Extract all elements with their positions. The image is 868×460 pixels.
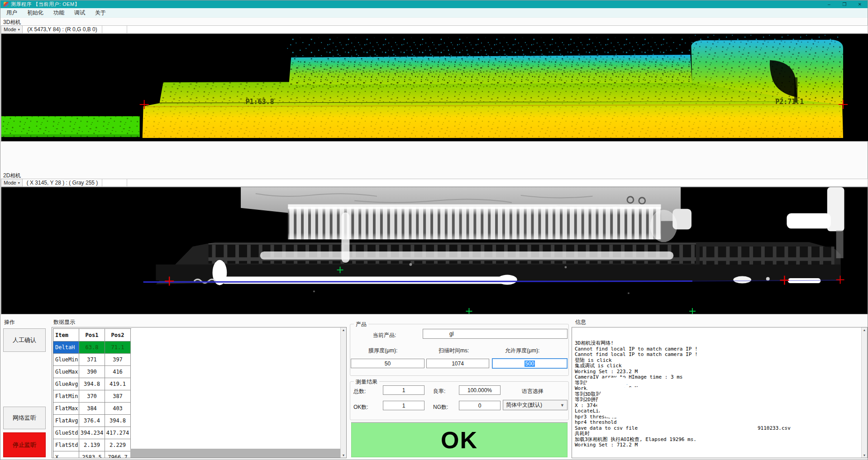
table-cell-pos2: 397 [105,354,131,366]
info-log-panel: 3D相机没有网络!Cannot find local IP to match c… [572,327,868,458]
app-window: 测厚程序 【当前用户: OEM】 – ❐ ✕ 用户初始化功能调试关于 3D相机 … [0,0,868,460]
ok-count-label: OK数: [353,403,368,411]
camera2d-view[interactable] [1,187,868,314]
camera2d-status-segment [127,179,868,187]
allowed-thickness-input[interactable]: 500 [492,358,568,369]
table-row[interactable]: X 2583.5 7966.7 [53,451,131,458]
table-cell-pos2: 403 [105,403,131,415]
window-controls: – ❐ ✕ [821,0,868,8]
menu-item[interactable]: 调试 [69,8,90,18]
table-row[interactable]: FlatMax 384 403 [53,403,131,415]
table-cell-pos2: 416 [105,366,131,378]
camera2d-image [1,187,868,314]
result-status-text: OK [441,427,478,454]
minimize-button[interactable]: – [821,0,837,8]
scroll-up-icon[interactable]: ▲ [341,328,346,332]
camera2d-toolbar: Mode ▾ ( X 3145, Y 28 ) : ( Gray 255 ) [1,179,868,187]
network-listen-button[interactable]: 网络监听 [3,407,46,429]
table-row[interactable]: FlatStd 2.139 2.229 [53,439,131,451]
camera3d-mode-button[interactable]: Mode ▾ [1,25,23,33]
table-row[interactable]: GlueStd 394.234 417.274 [53,427,131,439]
log-line: 共耗时 [575,431,791,437]
manual-confirm-button[interactable]: 人工确认 [3,328,46,352]
chevron-down-icon: ▾ [18,181,20,185]
table-cell-pos1: 384 [79,403,105,415]
menu-item[interactable]: 初始化 [22,8,48,18]
heightmap-slab [143,101,843,138]
chevron-down-icon: ▼ [560,403,564,408]
product-label: 产品 [354,321,368,328]
language-select-dropdown[interactable]: 简体中文(默认) ▼ [503,400,568,410]
table-cell-pos2: 7966.7 [105,451,131,458]
table-cell-pos1: 2583.5 [79,451,105,458]
camera3d-pixel-status: (X 5473,Y 84) : (R 0,G 0,B 0) [23,25,102,33]
table-cell-pos2: 417.274 [105,427,131,439]
scroll-down-icon[interactable]: ▼ [862,454,867,457]
language-select-label: 语言选择 [522,388,544,395]
table-cell-pos1: 376.4 [79,415,105,427]
table-cell-item: FlatStd [53,439,79,451]
table-cell-item: FlatAvg [53,415,79,427]
camera2d-status-segment [102,179,127,187]
camera3d-status-segment [127,25,868,33]
scan-time-input[interactable]: 1074 [426,359,489,368]
table-cell-item: GlueStd [53,427,79,439]
table-row[interactable]: GlueMin 371 397 [53,354,131,366]
selected-text: 500 [525,360,534,367]
current-product-label: 当前产品: [373,332,396,339]
scroll-up-icon[interactable]: ▲ [862,328,867,332]
table-cell-item: GlueMax [53,366,79,378]
ng-count-label: NG数: [433,403,448,411]
yield-value: 100.000% [459,385,501,395]
log-line: 3D相机没有网络! [575,341,791,346]
table-row[interactable]: DeltaH 63.8 71.1 [53,341,131,354]
camera2d-label: 2D相机 [3,172,21,179]
heightmap-top-deck [289,55,698,88]
table-row[interactable]: GlueMax 390 416 [53,366,131,378]
camera2d-mode-button[interactable]: Mode ▾ [1,179,23,187]
table-cell-pos1: 390 [79,366,105,378]
scroll-down-icon[interactable]: ▼ [341,454,346,457]
camera3d-view[interactable]: P1:63.8 P2:71.1 [1,33,868,142]
noise-speckles [326,43,669,58]
info-scrollbar[interactable]: ▲ ▼ [861,327,867,458]
menu-item[interactable]: 用户 [1,8,22,18]
camera2d-mode-label: Mode [4,180,16,185]
camera3d-toolbar: Mode ▾ (X 5473,Y 84) : (R 0,G 0,B 0) [1,25,868,33]
data-display-panel: Item Pos1 Pos2 DeltaH 63.8 71.1 GlueMin … [52,327,347,458]
table-cell-pos2: 394.8 [105,415,131,427]
stop-listen-button[interactable]: 停止监听 [3,432,46,457]
close-button[interactable]: ✕ [852,0,868,8]
table-cell-pos1: 394.8 [79,378,105,390]
ok-count-value: 1 [383,401,424,410]
info-label: 信息 [575,318,586,326]
maximize-button[interactable]: ❐ [837,0,852,8]
log-line: Working Set : 712.2 M [575,442,791,448]
table-cell-item: GlueMin [53,354,79,366]
table-scrollbar[interactable]: ▲ ▼ [340,327,346,458]
log-line: Save data to csv file 9110233.csv [575,426,791,432]
table-cell-pos1: 394.234 [79,427,105,439]
table-cell-pos1: 371 [79,354,105,366]
table-row[interactable]: GlueAvg 394.8 419.1 [53,378,131,390]
app-icon [4,2,9,7]
film-thickness-input[interactable]: 50 [351,359,424,368]
camera2d-pixel-status: ( X 3145, Y 28 ) : ( Gray 255 ) [23,179,102,187]
heightmap-left-strip [1,116,140,137]
table-row[interactable]: FlatMin 370 387 [53,390,131,403]
menu-item[interactable]: 关于 [90,8,111,18]
noise-speckles [693,34,842,41]
menu-bar: 用户初始化功能调试关于 [0,8,868,18]
camera3d-mode-label: Mode [4,27,16,32]
result-status-box: OK [351,422,568,457]
table-cell-pos1: 2.139 [79,439,105,451]
scan-time-label: 扫描时间ms: [439,347,469,355]
table-cell-pos2: 387 [105,390,131,403]
redaction-blob [425,330,448,337]
menu-item[interactable]: 功能 [48,8,69,18]
table-row[interactable]: FlatAvg 376.4 394.8 [53,415,131,427]
table-cell-pos1: 63.8 [79,341,105,354]
table-cell-pos2: 71.1 [105,341,131,354]
table-cell-item: X [53,451,79,458]
result-label: 测量结果 [354,378,379,386]
